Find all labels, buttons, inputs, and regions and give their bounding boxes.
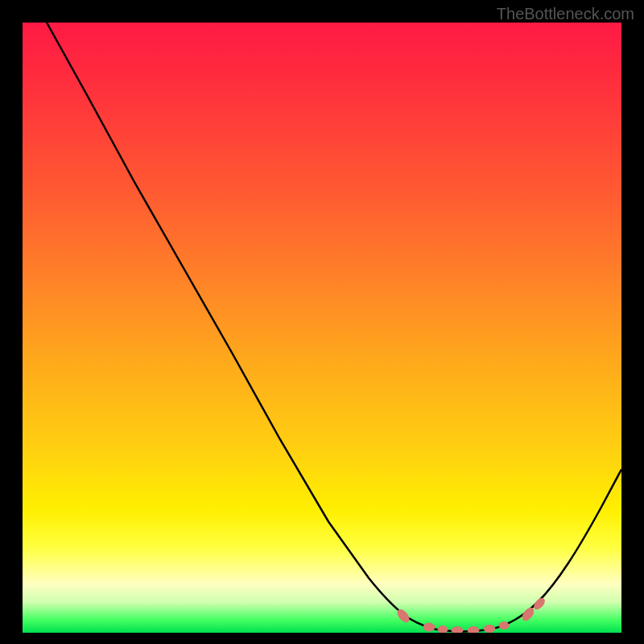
marker-dot: [452, 627, 463, 634]
watermark-text: TheBottleneck.com: [497, 5, 634, 23]
bottleneck-curve-line: [47, 23, 621, 631]
bottleneck-curve-svg: [23, 23, 621, 633]
marker-dot: [532, 597, 546, 611]
marker-dot: [468, 627, 479, 634]
marker-dot: [499, 622, 509, 630]
marker-dots-group: [395, 597, 546, 633]
marker-dot: [423, 623, 435, 631]
plot-area: [23, 23, 621, 633]
marker-dot: [438, 626, 448, 634]
marker-dot: [484, 625, 495, 633]
